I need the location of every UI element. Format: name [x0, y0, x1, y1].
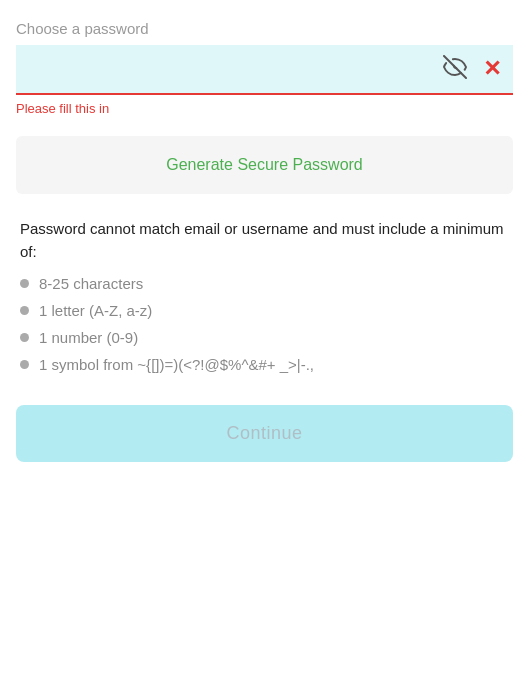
- list-item: 1 number (0-9): [20, 329, 509, 346]
- list-item: 1 symbol from ~{[])=)(<?!@$%^&#+ _>|-.,: [20, 356, 509, 373]
- list-item: 1 letter (A-Z, a-z): [20, 302, 509, 319]
- continue-section: Continue: [16, 405, 513, 462]
- bullet-icon: [20, 360, 29, 369]
- bullet-icon: [20, 306, 29, 315]
- password-label: Choose a password: [16, 20, 513, 37]
- input-icon-group: ✕: [439, 51, 505, 88]
- eye-off-icon: [443, 55, 467, 84]
- requirement-number: 1 number (0-9): [39, 329, 138, 346]
- generate-password-button[interactable]: Generate Secure Password: [166, 156, 363, 174]
- requirement-characters: 8-25 characters: [39, 275, 143, 292]
- clear-input-button[interactable]: ✕: [479, 52, 505, 86]
- bullet-icon: [20, 333, 29, 342]
- generate-password-section: Generate Secure Password: [16, 136, 513, 194]
- password-requirements: Password cannot match email or username …: [16, 218, 513, 373]
- requirements-heading: Password cannot match email or username …: [20, 218, 509, 263]
- bullet-icon: [20, 279, 29, 288]
- password-input-wrapper: ✕: [16, 45, 513, 95]
- close-icon: ✕: [483, 56, 501, 82]
- error-message: Please fill this in: [16, 101, 513, 116]
- list-item: 8-25 characters: [20, 275, 509, 292]
- requirements-list: 8-25 characters 1 letter (A-Z, a-z) 1 nu…: [20, 275, 509, 373]
- requirement-letter: 1 letter (A-Z, a-z): [39, 302, 152, 319]
- toggle-visibility-button[interactable]: [439, 51, 471, 88]
- requirement-symbol: 1 symbol from ~{[])=)(<?!@$%^&#+ _>|-.,: [39, 356, 314, 373]
- continue-button[interactable]: Continue: [16, 405, 513, 462]
